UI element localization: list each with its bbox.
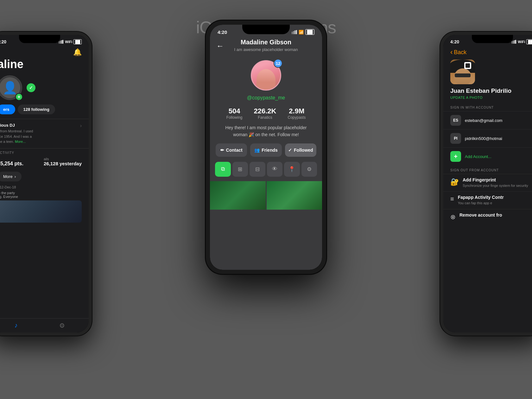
wifi-icon: 📶: [299, 30, 304, 35]
activity-b-label: ails: [44, 157, 82, 161]
photo-1[interactable]: [210, 181, 266, 210]
tab-copy[interactable]: ⧉: [215, 162, 231, 177]
followed-checkmark-icon: ✓: [288, 148, 292, 153]
update-photo-btn[interactable]: UPDATE A PHOTO: [443, 96, 532, 104]
remove-account-row[interactable]: ⊗ Remove account fro: [443, 209, 532, 224]
contact-button[interactable]: ✏ Contact: [216, 143, 247, 157]
svg-rect-11: [515, 40, 516, 44]
svg-rect-5: [293, 31, 294, 34]
fingerprint-desc: Synchronize your finge system for securi…: [463, 183, 528, 188]
tab-settings[interactable]: ⚙: [301, 162, 317, 177]
profile-chevron: ›: [80, 123, 82, 129]
add-photo-btn[interactable]: +: [15, 93, 23, 101]
bottom-music-icon[interactable]: ♪: [15, 322, 18, 329]
left-username: aline: [0, 58, 89, 75]
following-label: Following: [226, 115, 243, 120]
svg-rect-0: [59, 41, 60, 44]
right-back-chevron: ‹: [450, 48, 453, 56]
add-account-label: Add Account...: [465, 154, 491, 159]
svg-rect-4: [292, 32, 293, 34]
fapapp-icon: ≡: [450, 195, 454, 203]
contact-icon: ✏: [220, 148, 224, 153]
right-time: 4:20: [450, 39, 459, 44]
username-handle: @copypaste_me: [210, 93, 322, 105]
post-date: • 12-Dec-18: [0, 185, 82, 189]
fingerprint-title: Add Fingerprint: [463, 177, 528, 182]
followed-button[interactable]: ✓ Followed: [285, 143, 316, 157]
tab-grid[interactable]: ⊟: [250, 162, 265, 177]
bottom-settings-icon[interactable]: ⚙: [59, 322, 65, 329]
center-time: 4:20: [218, 29, 227, 35]
activity-yesterday: 26,128 yesterday: [44, 161, 82, 166]
friends-button[interactable]: 👥 Friends: [250, 143, 282, 157]
battery-icon: ██: [305, 29, 314, 35]
sign-out-label: SIGN OUT FROM ACCOUNT: [443, 165, 532, 174]
profile-name: Madaline Gibson: [216, 39, 316, 46]
right-profile-avatar: [450, 60, 475, 84]
center-phone: 4:20 📶 ██ ← Madaline Gibson I am awesome…: [206, 21, 326, 274]
profile-bio-header: I am awesome placeholder woman: [216, 47, 316, 52]
right-user-name: Juan Esteban Pidrilio: [443, 87, 532, 96]
photo-2[interactable]: [267, 181, 322, 210]
fingerprint-icon: 🔐: [450, 178, 459, 186]
account-email-2: pidrilkin500@hotmai: [465, 136, 502, 141]
more-button[interactable]: More ›: [0, 172, 22, 181]
svg-rect-1: [60, 41, 61, 44]
post-text: to the partyng. Everyone: [0, 191, 82, 199]
svg-rect-10: [514, 40, 515, 44]
sign-in-label: SIGN IN WITH ACCOUNT: [443, 104, 532, 111]
copypasts-label: Copypasts: [288, 115, 306, 120]
account-email-1: esteban@gmail.com: [465, 118, 503, 123]
right-back-button[interactable]: Back: [454, 49, 466, 56]
svg-rect-7: [296, 30, 297, 34]
fanatics-count: 226.2K: [254, 107, 276, 115]
account-row-2[interactable]: PI pidrilkin500@hotmai: [443, 129, 532, 147]
fapapp-title: Fapapp Activity Contr: [458, 195, 504, 200]
more-link[interactable]: More...: [15, 140, 26, 143]
remove-account-label: Remove account fro: [459, 212, 502, 218]
bell-icon[interactable]: 🔔: [73, 48, 82, 56]
svg-rect-2: [61, 40, 62, 44]
profile-title: itious DJ: [0, 123, 33, 128]
friends-icon: 👥: [254, 148, 260, 153]
svg-rect-9: [513, 41, 514, 44]
activity-a-label: A: [0, 157, 23, 161]
add-account-row[interactable]: + Add Account...: [443, 147, 532, 165]
svg-rect-6: [294, 30, 295, 34]
fingerprint-row[interactable]: 🔐 Add Fingerprint Synchronize your finge…: [443, 174, 532, 191]
left-phone: 4:20 WiFi ██ 🔔 aline 👤: [0, 32, 92, 336]
avatar-notification-badge: 12: [274, 59, 282, 68]
tab-location[interactable]: 📍: [284, 162, 300, 177]
profile-bio: Hey there! I am most popular placeholder…: [210, 124, 322, 143]
copypasts-count: 2.9M: [288, 107, 306, 115]
svg-rect-8: [511, 41, 512, 44]
post-image: [0, 200, 82, 223]
left-time: 4:20: [0, 39, 6, 44]
right-phone: 4:20 WiFi ██ ‹ Back: [440, 32, 532, 336]
fapapp-desc: You can fap this app e: [458, 201, 504, 206]
fapapp-row[interactable]: ≡ Fapapp Activity Contr You can fap this…: [443, 191, 532, 209]
following-button[interactable]: 128 following: [18, 104, 55, 114]
activity-label: ACTIVITY: [0, 151, 82, 155]
back-button[interactable]: ←: [216, 41, 224, 50]
tab-layers[interactable]: ⊞: [232, 162, 248, 177]
fanatics-label: Fanatics: [254, 115, 276, 120]
followers-button[interactable]: ers: [0, 104, 15, 114]
account-row-1[interactable]: ES esteban@gmail.com: [443, 111, 532, 129]
remove-icon: ⊗: [450, 213, 456, 221]
profile-desc: y from Montreal. I usednce 1954. And I w…: [0, 129, 33, 144]
following-count: 504: [226, 107, 243, 115]
svg-rect-3: [62, 40, 63, 44]
tab-eye[interactable]: 👁: [267, 162, 283, 177]
verified-icon: ✓: [27, 83, 35, 92]
activity-pts: 15,254 pts.: [0, 161, 23, 167]
